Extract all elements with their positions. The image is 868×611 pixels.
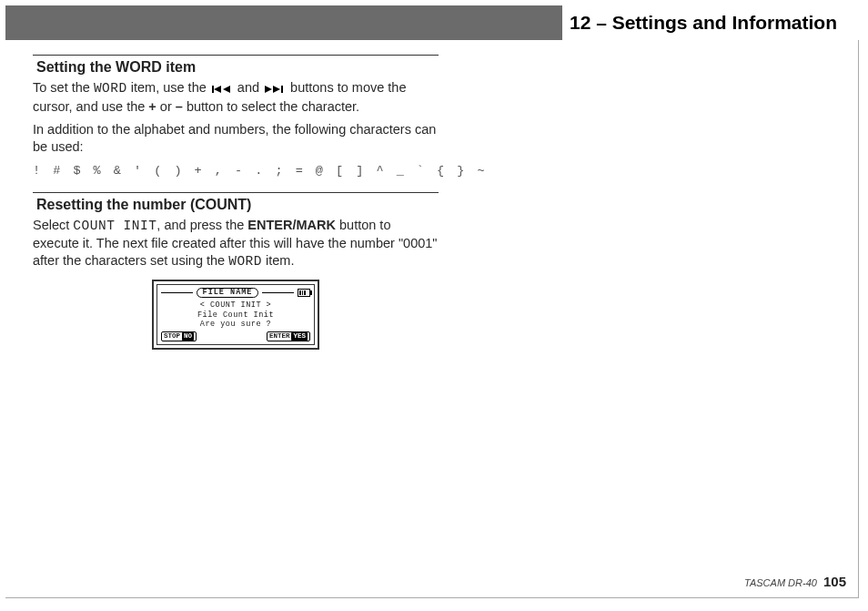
svg-rect-5 bbox=[281, 86, 283, 93]
lcd-divider bbox=[262, 292, 294, 293]
section1-p1: To set the WORD item, use the and button… bbox=[33, 79, 439, 116]
lcd-footer: STOP NO ENTER YES bbox=[159, 331, 312, 341]
minus-button-label: – bbox=[176, 99, 183, 114]
page-number: 105 bbox=[823, 574, 846, 589]
svg-marker-3 bbox=[265, 86, 272, 93]
text: item. bbox=[262, 253, 294, 268]
text: To set the bbox=[33, 80, 94, 95]
text: button to select the character. bbox=[183, 99, 359, 114]
product-name: TASCAM DR-40 bbox=[744, 577, 817, 588]
lcd-btn-action: NO bbox=[182, 332, 194, 340]
svg-marker-4 bbox=[273, 86, 280, 93]
section1-rule bbox=[33, 55, 439, 56]
lcd-line-2: File Count Init bbox=[159, 311, 312, 320]
lcd-title-row: FILE NAME bbox=[159, 287, 312, 299]
page-footer: TASCAM DR-40 105 bbox=[744, 574, 846, 589]
lcd-divider bbox=[161, 292, 193, 293]
text: Select bbox=[33, 218, 73, 232]
section1-heading: Setting the WORD item bbox=[36, 59, 439, 76]
text: and bbox=[237, 80, 263, 95]
enter-mark-button-label: ENTER/MARK bbox=[247, 218, 336, 232]
lcd-btn-label: ENTER bbox=[269, 332, 290, 340]
lcd-screen: FILE NAME < COUNT INIT > File Count Init… bbox=[156, 284, 315, 345]
body-column: Setting the WORD item To set the WORD it… bbox=[33, 55, 439, 350]
chapter-title-text: 12 – Settings and Information bbox=[568, 12, 839, 33]
svg-marker-2 bbox=[223, 86, 230, 93]
section2-rule bbox=[33, 192, 439, 193]
plus-button-label: + bbox=[148, 99, 156, 114]
lcd-body: < COUNT INIT > File Count Init Are you s… bbox=[159, 299, 312, 331]
section2-heading: Resetting the number (COUNT) bbox=[36, 197, 439, 213]
svg-marker-1 bbox=[214, 86, 221, 93]
text: , and press the bbox=[156, 218, 247, 232]
lcd-enter-yes-button: ENTER YES bbox=[267, 331, 310, 341]
prev-icon bbox=[212, 81, 232, 98]
section1-p2: In addition to the alphabet and numbers,… bbox=[33, 121, 439, 156]
lcd-screenshot: FILE NAME < COUNT INIT > File Count Init… bbox=[152, 280, 319, 350]
chapter-title: 12 – Settings and Information bbox=[562, 5, 859, 40]
special-characters-list: ! # $ % & ' ( ) + , - . ; = @ [ ] ^ _ ` … bbox=[33, 164, 439, 178]
next-icon bbox=[265, 81, 285, 98]
section2-p1: Select COUNT INIT, and press the ENTER/M… bbox=[33, 217, 439, 270]
lcd-btn-action: YES bbox=[291, 332, 308, 340]
word-item: WORD bbox=[228, 254, 262, 269]
count-init-item: COUNT INIT bbox=[73, 219, 156, 233]
lcd-line-1: < COUNT INIT > bbox=[159, 301, 312, 310]
battery-icon bbox=[298, 289, 310, 297]
svg-rect-0 bbox=[212, 86, 214, 93]
lcd-btn-label: STOP bbox=[164, 332, 180, 340]
text: or bbox=[156, 99, 176, 114]
text: item, use the bbox=[127, 80, 210, 95]
word-item: WORD bbox=[94, 81, 127, 96]
lcd-title: FILE NAME bbox=[197, 288, 259, 298]
lcd-line-3: Are you sure ? bbox=[159, 321, 312, 329]
lcd-stop-no-button: STOP NO bbox=[161, 331, 197, 341]
